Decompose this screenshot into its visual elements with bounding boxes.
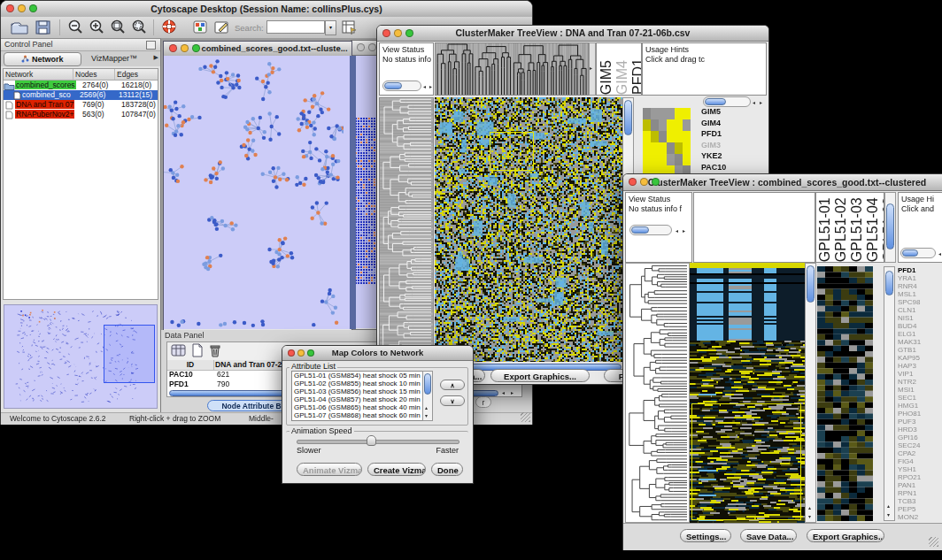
network-view-window[interactable]: combined_scores_good.txt--cluste...: [163, 41, 352, 332]
network-row[interactable]: RNAPuberNov2+ 563(0) 107847(0): [4, 110, 158, 119]
gene-label[interactable]: HRD3: [898, 426, 942, 433]
scroll-right-icon[interactable]: ▸: [429, 83, 432, 90]
gene-label[interactable]: HMG1: [898, 402, 942, 410]
new-attribute-icon[interactable]: [190, 343, 205, 361]
attribute-item[interactable]: GPL51-06 (GSM865) heat shock 40 min: [292, 403, 423, 411]
tv1-pager-strip[interactable]: ▸: [589, 42, 596, 96]
gene-label[interactable]: SEC24: [898, 441, 942, 449]
annotation-icon[interactable]: [213, 19, 231, 39]
tv1-export-graphics-button[interactable]: Export Graphics...: [490, 369, 590, 382]
done-button[interactable]: Done: [431, 463, 463, 476]
scroll-left-icon[interactable]: ◂: [753, 99, 755, 106]
attribute-item[interactable]: GPL51-01 (GSM854) heat shock 05 min: [292, 372, 423, 380]
col-edges[interactable]: Edges: [115, 69, 158, 80]
search-dropdown-icon[interactable]: ▾: [325, 20, 336, 35]
gene-label[interactable]: KAP95: [898, 354, 942, 362]
network-row[interactable]: combined_scores 2764(0) 16218(0): [4, 81, 158, 90]
tab-vizmapper[interactable]: VizMapper™: [82, 52, 146, 65]
tv2-heatmap-selection[interactable]: [691, 403, 801, 520]
gene-label[interactable]: NIS1: [898, 314, 942, 322]
gene-label[interactable]: HAP3: [898, 362, 942, 370]
gene-label[interactable]: MON2: [898, 513, 942, 521]
close-icon[interactable]: [382, 29, 390, 37]
gene-label[interactable]: PAN1: [898, 481, 942, 489]
minimize-icon[interactable]: [181, 44, 189, 52]
tv1-gene-dendrogram[interactable]: [379, 97, 434, 362]
gene-label[interactable]: CLN1: [898, 306, 942, 314]
treeview1-titlebar[interactable]: ClusterMaker TreeView : DNA and Tran 07-…: [377, 26, 768, 42]
close-icon[interactable]: [6, 4, 14, 12]
help-lifering-icon[interactable]: [160, 19, 178, 39]
delete-attribute-icon[interactable]: [208, 343, 222, 361]
minimize-icon[interactable]: [368, 43, 376, 51]
scroll-left-icon[interactable]: ◂: [502, 389, 505, 396]
gene-label[interactable]: CPA2: [898, 449, 942, 457]
gene-label[interactable]: SEC1: [898, 394, 942, 402]
tv2-usage-hscrollbar[interactable]: [900, 248, 936, 258]
network-overview[interactable]: [4, 304, 158, 409]
zoom-window-icon[interactable]: [405, 29, 413, 37]
col-nodes[interactable]: Nodes: [73, 69, 115, 80]
scroll-right-icon[interactable]: ▸: [760, 99, 762, 106]
tv1-status-hscrollbar[interactable]: [382, 81, 421, 91]
zoom-window-icon[interactable]: [29, 4, 37, 12]
window-controls[interactable]: [6, 4, 37, 12]
vizmap-nodes-icon[interactable]: [192, 19, 208, 39]
gene-label[interactable]: PFD1: [898, 266, 942, 274]
gene-label[interactable]: MSL1: [898, 290, 942, 298]
scroll-left-icon[interactable]: ◂: [676, 227, 678, 234]
col-network[interactable]: Network: [4, 69, 73, 80]
resize-grip[interactable]: [521, 412, 530, 422]
tv2-status-hscrollbar[interactable]: [629, 225, 672, 235]
tv2-settings-button[interactable]: Settings...: [680, 529, 731, 542]
tv2-gene-list[interactable]: PFD1YRA1RNR4MSL1SPC98CLN1NIS1BUD4ELG1MAK…: [898, 266, 942, 521]
gene-label[interactable]: PUF3: [898, 418, 942, 426]
save-icon[interactable]: [35, 19, 52, 39]
float-panel-icon[interactable]: [146, 41, 156, 50]
gene-label[interactable]: PEP5: [898, 505, 942, 513]
network-row-selected[interactable]: combined_sco 2569(6) 13112(15): [4, 90, 158, 100]
tv2-zoom-heatmap[interactable]: [817, 266, 873, 521]
scroll-right-icon[interactable]: ▸: [511, 389, 513, 396]
network-row[interactable]: DNA and Tran 07 769(0) 183728(0): [4, 100, 158, 110]
zoom-selected-icon[interactable]: [109, 19, 127, 39]
minimize-icon[interactable]: [640, 178, 648, 186]
tv2-zoom-vscrollbar[interactable]: ▴ ▾: [884, 266, 895, 521]
animation-speed-slider-thumb[interactable]: [367, 435, 376, 446]
attribute-list-vscrollbar[interactable]: ▴ ▾: [422, 371, 433, 421]
zoom-out-icon[interactable]: [66, 19, 84, 39]
tv1-arraylabels[interactable]: GIM5GIM4PFD1GIM3YKE2PAC10: [596, 42, 642, 96]
overview-viewport-rect[interactable]: [104, 325, 155, 383]
tv2-gene-dendrogram[interactable]: [625, 263, 690, 523]
animate-vizmap-button[interactable]: Animate Vizmap: [297, 463, 362, 476]
tv1-zoom-heatmap[interactable]: [643, 108, 691, 177]
zoom-window-icon[interactable]: [307, 349, 314, 357]
gene-label[interactable]: RPN1: [898, 489, 942, 497]
attribute-item[interactable]: GPL51-02 (GSM855) heat shock 10 min: [292, 380, 423, 387]
open-file-icon[interactable]: [10, 19, 29, 39]
tab-overflow-icon[interactable]: ▶: [154, 54, 158, 61]
gene-label[interactable]: ELG1: [898, 330, 942, 338]
animation-speed-slider-track[interactable]: [297, 440, 459, 444]
gene-label[interactable]: VIP1: [898, 370, 942, 378]
move-down-button[interactable]: ∨: [440, 395, 465, 406]
minimize-icon[interactable]: [18, 4, 26, 12]
gene-label[interactable]: TCB3: [898, 497, 942, 505]
cytoscape-titlebar[interactable]: Cytoscape Desktop (Session Name: collins…: [1, 1, 532, 18]
resize-grip[interactable]: [929, 537, 938, 547]
gene-label[interactable]: GIM3: [701, 140, 742, 151]
close-icon[interactable]: [288, 349, 295, 357]
tv2-column-dendrogram[interactable]: [693, 192, 815, 263]
gene-label[interactable]: PAC10: [701, 162, 742, 173]
attribute-list[interactable]: GPL51-01 (GSM854) heat shock 05 minGPL51…: [291, 371, 424, 421]
move-up-button[interactable]: ∧: [440, 380, 465, 390]
tv2-arraylabel-vscrollbar[interactable]: [884, 192, 896, 263]
gene-label[interactable]: YRA1: [898, 274, 942, 282]
attribute-item[interactable]: GPL51-04 (GSM857) heat shock 20 min: [292, 395, 423, 403]
attribute-item[interactable]: GPL51-07 (GSM868) heat shock 60 min: [292, 411, 423, 419]
close-icon[interactable]: [357, 43, 365, 51]
tv2-export-graphics-button[interactable]: Export Graphics...: [807, 529, 884, 542]
tab-network[interactable]: Network: [4, 52, 81, 66]
tv1-heatmap-selection[interactable]: [490, 132, 534, 171]
treeview2-titlebar[interactable]: ClusterMaker TreeView : combined_scores_…: [623, 174, 942, 191]
